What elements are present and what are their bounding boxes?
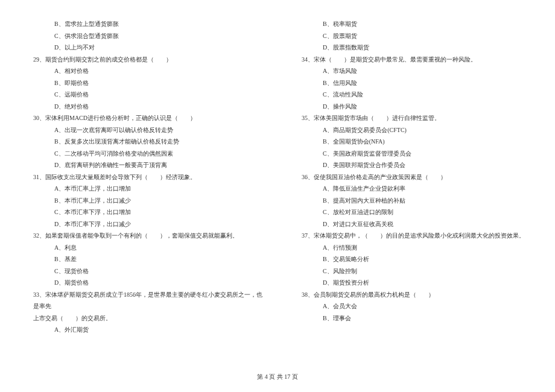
question-33-line2: 上市交易（ ）的交易所。 bbox=[21, 312, 265, 324]
option-text: B、税率期货 bbox=[290, 18, 534, 30]
option-text: C、流动性风险 bbox=[290, 89, 534, 101]
option-text: A、市场风险 bbox=[290, 65, 534, 77]
option-text: C、供求混合型通货膨胀 bbox=[21, 30, 265, 42]
option-text: B、全国期货协会(NFA) bbox=[290, 136, 534, 148]
right-column: B、税率期货 C、股票期货 D、股票指数期货 34、宋体（ ）是期货交易中最常见… bbox=[290, 18, 534, 336]
question-38: 38、会员制期货交易所的最高权力机构是（ ） bbox=[290, 289, 534, 301]
question-30: 30、宋体利用MACD进行价格分析时，正确的认识是（ ） bbox=[21, 112, 265, 124]
option-text: C、本币汇率下浮，出口增加 bbox=[21, 206, 265, 218]
option-text: B、即期价格 bbox=[21, 77, 265, 89]
option-text: D、绝对价格 bbox=[21, 101, 265, 113]
option-text: D、期货价格 bbox=[21, 277, 265, 289]
page-container: B、需求拉上型通货膨胀 C、供求混合型通货膨胀 D、以上均不对 29、期货合约到… bbox=[0, 0, 555, 360]
option-text: A、出现一次底背离即可以确认价格反转走势 bbox=[21, 124, 265, 136]
option-text: B、需求拉上型通货膨胀 bbox=[21, 18, 265, 30]
option-text: C、美国政府期货监督管理委员会 bbox=[290, 148, 534, 160]
option-text: A、本币汇率上浮，出口增加 bbox=[21, 183, 265, 195]
option-text: B、信用风险 bbox=[290, 77, 534, 89]
option-text: D、股票指数期货 bbox=[290, 42, 534, 54]
option-text: A、行情预测 bbox=[290, 242, 534, 254]
question-36: 36、促使我国豆油价格走高的产业政策因素是（ ） bbox=[290, 171, 534, 183]
option-text: A、商品期货交易委员会(CFTC) bbox=[290, 124, 534, 136]
option-text: D、以上均不对 bbox=[21, 42, 265, 54]
option-text: B、基差 bbox=[21, 253, 265, 265]
option-text: A、外汇期货 bbox=[21, 324, 265, 336]
option-text: B、本币汇率上浮，出口减少 bbox=[21, 195, 265, 207]
question-31: 31、国际收支出现大量顺差时会导致下列（ ）经济现象。 bbox=[21, 171, 265, 183]
option-text: C、股票期货 bbox=[290, 30, 534, 42]
option-text: D、本币汇率下浮，出口减少 bbox=[21, 218, 265, 230]
question-35: 35、宋体美国期货市场由（ ）进行自律性监管。 bbox=[290, 112, 534, 124]
option-text: A、利息 bbox=[21, 242, 265, 254]
left-column: B、需求拉上型通货膨胀 C、供求混合型通货膨胀 D、以上均不对 29、期货合约到… bbox=[21, 18, 265, 336]
question-34: 34、宋体（ ）是期货交易中最常见、最需要重视的一种风险。 bbox=[290, 54, 534, 66]
option-text: B、提高对国内大豆种植的补贴 bbox=[290, 195, 534, 207]
option-text: C、二次移动平均可消除价格变动的偶然因素 bbox=[21, 148, 265, 160]
option-text: A、会员大会 bbox=[290, 300, 534, 312]
question-37: 37、宋体期货交易中，（ ）的目的是追求风险最小化或利润最大化的投资效果。 bbox=[290, 230, 534, 242]
option-text: D、操作风险 bbox=[290, 101, 534, 113]
option-text: D、期货投资分析 bbox=[290, 277, 534, 289]
option-text: B、理事会 bbox=[290, 312, 534, 324]
option-text: A、降低豆油生产企业贷款利率 bbox=[290, 183, 534, 195]
option-text: C、现货价格 bbox=[21, 265, 265, 277]
option-text: A、相对价格 bbox=[21, 65, 265, 77]
option-text: D、对进口大豆征收高关税 bbox=[290, 218, 534, 230]
option-text: C、远期价格 bbox=[21, 89, 265, 101]
page-footer: 第 4 页 共 17 页 bbox=[0, 373, 555, 381]
question-33-line1: 33、宋体堪萨斯期货交易所成立于1856年，是世界最主要的硬冬红小麦交易所之一，… bbox=[21, 289, 265, 312]
question-32: 32、如果套期保值者能争取到一个有利的（ ），套期保值交易就能赢利。 bbox=[21, 230, 265, 242]
option-text: D、底背离研判的准确性一般要高于顶背离 bbox=[21, 159, 265, 171]
option-text: C、放松对豆油进口的限制 bbox=[290, 206, 534, 218]
option-text: B、反复多次出现顶背离才能确认价格反转走势 bbox=[21, 136, 265, 148]
option-text: C、风险控制 bbox=[290, 265, 534, 277]
question-29: 29、期货合约到期交割之前的成交价格都是（ ） bbox=[21, 54, 265, 66]
option-text: B、交易策略分析 bbox=[290, 253, 534, 265]
option-text: D、美国联邦期货业合作委员会 bbox=[290, 159, 534, 171]
